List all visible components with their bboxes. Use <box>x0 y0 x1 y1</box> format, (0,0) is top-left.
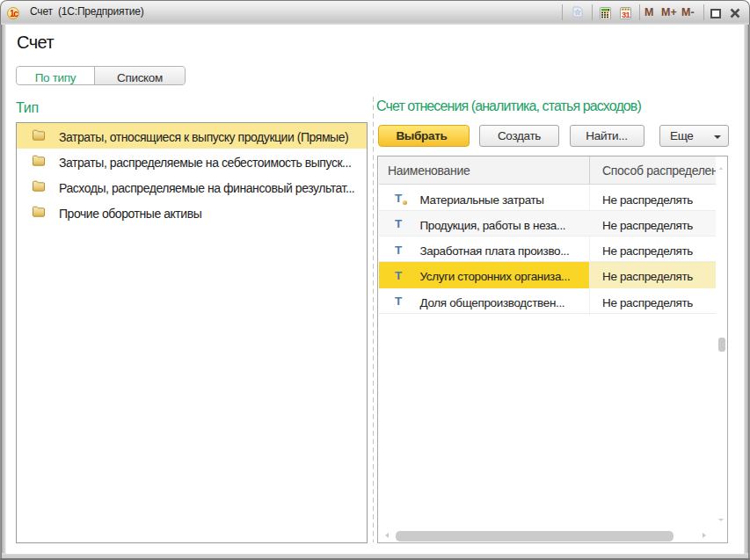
svg-text:31: 31 <box>622 10 630 19</box>
svg-text:1с: 1с <box>10 8 18 18</box>
